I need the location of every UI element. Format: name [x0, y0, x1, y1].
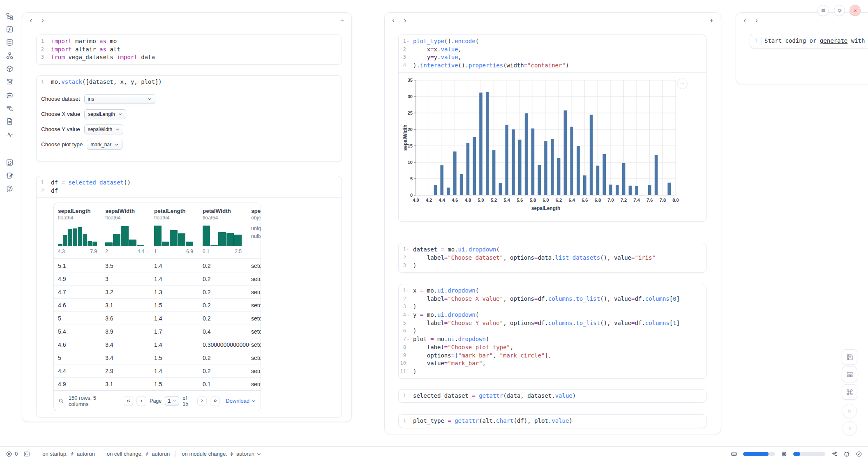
plus-icon — [339, 18, 345, 23]
chevrons-left-icon — [126, 399, 131, 403]
bar — [499, 183, 502, 195]
column-collapse-left-button[interactable] — [741, 17, 748, 24]
line-number: 2 — [399, 295, 406, 303]
search-icon[interactable] — [58, 398, 65, 404]
sidebar-item-scroll[interactable] — [0, 78, 19, 85]
column-collapse-left-button[interactable] — [390, 17, 397, 24]
sidebar-item-package[interactable] — [0, 65, 19, 72]
sidebar-item-variables[interactable] — [0, 25, 19, 33]
code-line: plot_type = getattr(alt.Chart(df), plot.… — [410, 417, 706, 425]
generate-with-ai-link[interactable]: generate — [820, 37, 847, 44]
sidebar-item-document[interactable] — [0, 118, 19, 125]
sidebar-item-tracing[interactable] — [0, 131, 19, 138]
code-editor[interactable]: 1selected_dataset = getattr(data, datase… — [399, 390, 706, 403]
table-cell: 4.9 — [56, 381, 104, 387]
fold-chevron-icon[interactable] — [406, 246, 410, 254]
column-header-petalWidth[interactable]: petalWidthfloat640.12.5 — [201, 208, 249, 258]
svg-text:sepalLength: sepalLength — [531, 205, 561, 211]
download-button[interactable]: Download — [226, 398, 256, 404]
code-editor[interactable]: 1df = selected_dataset()2df — [37, 176, 342, 197]
terminal-button[interactable] — [23, 451, 30, 457]
github-button[interactable] — [843, 451, 850, 457]
stop-button[interactable] — [843, 404, 857, 418]
dropdown-select-y-value[interactable]: sepalWidth — [84, 124, 123, 134]
last-page-button[interactable] — [210, 396, 220, 406]
fold-chevron-icon[interactable] — [406, 37, 410, 46]
table-cell: 0.2 — [201, 289, 249, 295]
column-header-petalLength[interactable]: petalLengthfloat6416.9 — [152, 208, 201, 258]
run-button[interactable] — [843, 421, 857, 436]
chart-actions-button[interactable] — [677, 78, 688, 89]
fold-chevron-icon[interactable] — [406, 335, 410, 343]
save-button[interactable] — [842, 349, 857, 365]
bar — [655, 155, 658, 195]
ai-assist-button[interactable] — [831, 451, 838, 457]
code-line: dataset = mo.ui.dropdown( — [410, 246, 706, 254]
runtime-config-on-module-change[interactable]: on module change:autorun — [176, 451, 267, 457]
table-cell: 5.4 — [56, 328, 104, 335]
svg-text:6.8: 6.8 — [595, 198, 601, 203]
page-select[interactable]: 1 — [165, 396, 179, 406]
snippets-icon — [6, 159, 14, 166]
code-editor[interactable]: 1mo.vstack([dataset, x, y, plot]) — [37, 76, 342, 89]
save-icon — [846, 353, 854, 361]
first-page-button[interactable] — [124, 396, 134, 406]
column-collapse-right-button[interactable] — [39, 17, 46, 24]
code-editor[interactable]: 1import marimo as mo2import altair as al… — [37, 35, 342, 64]
svg-text:30: 30 — [408, 94, 413, 99]
menu-button[interactable] — [817, 5, 829, 16]
column-header-sepalLength[interactable]: sepalLengthfloat644.37.9 — [56, 208, 104, 258]
code-editor[interactable]: 1plot_type().encode(2 x=x.value,3 y=y.va… — [399, 35, 706, 72]
connection-status-button[interactable] — [856, 451, 862, 457]
code-editor-placeholder[interactable]: Start coding or generate with AI. — [761, 37, 868, 45]
dependency-graph-icon — [6, 52, 14, 60]
prev-page-button[interactable] — [136, 396, 146, 406]
code-line: label="Choose Y value", options=df.colum… — [410, 319, 706, 327]
sidebar-item-scratchpad[interactable] — [0, 172, 19, 179]
dropdown-label: Choose X value — [41, 111, 80, 117]
chevron-down-icon — [173, 399, 176, 403]
play-icon — [846, 425, 853, 432]
bar — [479, 92, 482, 195]
code-editor[interactable]: 1x = mo.ui.dropdown(2 label="Choose X va… — [399, 284, 706, 378]
sidebar-item-dependency-graph[interactable] — [0, 52, 19, 59]
close-icon — [852, 8, 858, 14]
column-header-species[interactable]: speciesobjectunique:nulls: — [249, 208, 261, 258]
sidebar-item-logs-search[interactable] — [0, 104, 19, 112]
fold-chevron-icon[interactable] — [406, 311, 410, 319]
column-collapse-right-button[interactable] — [753, 17, 760, 24]
add-cell-button[interactable] — [708, 17, 715, 24]
settings-button[interactable] — [834, 5, 845, 16]
bar — [453, 151, 457, 195]
sidebar-item-chat-bot[interactable] — [0, 91, 19, 99]
add-cell-button[interactable] — [338, 17, 346, 24]
dropdown-select-dataset[interactable]: iris — [84, 94, 155, 104]
sidebar-item-help[interactable] — [0, 185, 19, 192]
column-collapse-left-button[interactable] — [27, 17, 35, 24]
runtime-config-on-startup[interactable]: on startup:autorun — [37, 451, 101, 457]
code-editor[interactable]: 1dataset = mo.ui.dropdown(2 label="Choos… — [399, 243, 706, 272]
layout-grid-icon — [846, 371, 854, 378]
code-editor[interactable]: 1plot_type = getattr(alt.Chart(df), plot… — [399, 415, 706, 428]
shutdown-button[interactable] — [850, 5, 861, 16]
fold-chevron-icon[interactable] — [406, 287, 410, 295]
bar — [551, 139, 554, 195]
dropdown-select-x-value[interactable]: sepalLength — [84, 109, 126, 119]
sidebar-item-database[interactable] — [0, 39, 19, 46]
layout-button[interactable] — [842, 366, 857, 382]
keyboard-shortcuts-button[interactable] — [842, 384, 857, 400]
code-line: ).interactive().properties(width="contai… — [410, 62, 706, 70]
empty-code-cell[interactable]: 1 Start coding or generate with AI. — [750, 34, 868, 48]
sidebar-item-snippets[interactable] — [0, 159, 19, 166]
sidebar-item-file-tree[interactable] — [0, 12, 19, 20]
errors-indicator[interactable] — [6, 451, 12, 457]
column-collapse-right-button[interactable] — [401, 17, 409, 24]
runtime-config-on-cell-change[interactable]: on cell change:autorun — [101, 451, 176, 457]
table-cell: 0.2 — [201, 302, 249, 309]
line-number: 1 — [37, 179, 44, 187]
code-line: plot = mo.ui.dropdown( — [410, 335, 706, 343]
column-header-sepalWidth[interactable]: sepalWidthfloat6424.4 — [104, 208, 152, 258]
dropdown-select-plot-type[interactable]: mark_bar — [87, 140, 122, 150]
next-page-button[interactable] — [197, 396, 207, 406]
help-icon — [6, 185, 14, 193]
